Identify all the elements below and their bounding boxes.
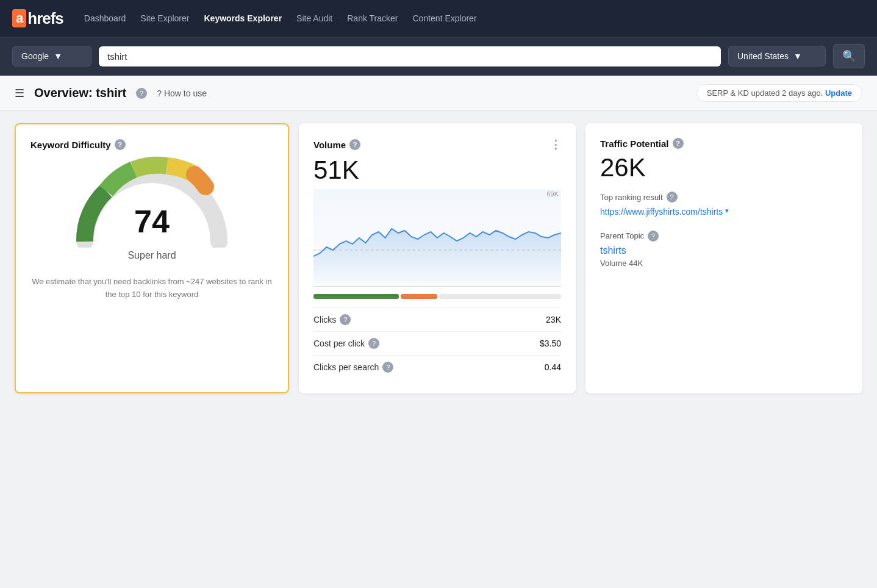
clicks-label: Clicks ?	[313, 314, 351, 325]
cpc-value: $3.50	[540, 339, 561, 348]
gauge-chart: 74	[73, 156, 231, 248]
engine-select[interactable]: Google ▼	[12, 46, 91, 66]
volume-card: Volume ? ⋮ 51K 69K	[299, 123, 576, 393]
clicks-help-icon[interactable]: ?	[340, 314, 351, 325]
logo[interactable]: a hrefs	[12, 9, 63, 28]
country-select[interactable]: United States ▼	[728, 46, 826, 66]
gauge-label: Super hard	[127, 250, 176, 261]
page-title: Overview: tshirt	[34, 86, 126, 100]
svg-text:74: 74	[134, 204, 170, 239]
keyword-difficulty-card: Keyword Difficulty ? 74 Super hard	[15, 123, 289, 393]
nav-keywords-explorer[interactable]: Keywords Explorer	[204, 11, 282, 26]
engine-chevron-icon: ▼	[54, 51, 62, 61]
volume-value: 51K	[313, 156, 561, 184]
nav-site-explorer[interactable]: Site Explorer	[140, 11, 189, 26]
cpc-help-icon[interactable]: ?	[368, 338, 379, 349]
volume-help-icon[interactable]: ?	[349, 139, 360, 150]
volume-line-chart	[313, 189, 561, 287]
cpc-label: Cost per click ?	[313, 338, 379, 349]
search-input[interactable]: tshirt	[99, 46, 721, 66]
search-button[interactable]: 🔍	[833, 44, 865, 68]
country-chevron-icon: ▼	[793, 51, 802, 61]
traffic-potential-card: Traffic Potential ? 26K Top ranking resu…	[585, 123, 862, 393]
parent-topic-value[interactable]: tshirts	[600, 245, 848, 256]
engine-label: Google	[21, 51, 49, 61]
cps-label: Clicks per search ?	[313, 362, 393, 373]
logo-a-letter: a	[12, 9, 26, 27]
how-to-use-link[interactable]: ? How to use	[157, 88, 207, 98]
nav-site-audit[interactable]: Site Audit	[296, 11, 332, 26]
nav-links: Dashboard Site Explorer Keywords Explore…	[84, 11, 477, 26]
sub-header: ☰ Overview: tshirt ? ? How to use SERP &…	[0, 76, 877, 111]
search-bar: Google ▼ tshirt United States ▼ 🔍	[0, 37, 877, 76]
chart-max-label: 69K	[546, 190, 559, 198]
kd-description: We estimate that you'll need backlinks f…	[30, 276, 273, 301]
url-dropdown-icon: ▾	[725, 206, 729, 215]
volume-more-icon[interactable]: ⋮	[550, 138, 561, 151]
top-ranking-help-icon[interactable]: ?	[667, 192, 678, 203]
ranking-url[interactable]: https://www.jiffyshirts.com/tshirts ▾	[600, 206, 848, 218]
clicks-value: 23K	[546, 315, 561, 324]
volume-title: Volume ? ⋮	[313, 138, 561, 151]
gauge-container: 74 Super hard	[30, 156, 273, 261]
hamburger-icon[interactable]: ☰	[15, 87, 24, 100]
tp-help-icon[interactable]: ?	[673, 138, 684, 149]
title-help-icon[interactable]: ?	[136, 88, 147, 99]
top-ranking-label: Top ranking result ?	[600, 192, 848, 203]
bar-gray	[439, 294, 561, 299]
update-link[interactable]: Update	[825, 88, 852, 98]
navbar: a hrefs Dashboard Site Explorer Keywords…	[0, 0, 877, 37]
cps-value: 0.44	[545, 362, 561, 372]
parent-topic-help-icon[interactable]: ?	[648, 231, 659, 242]
nav-rank-tracker[interactable]: Rank Tracker	[347, 11, 398, 26]
kd-title: Keyword Difficulty ?	[30, 139, 273, 150]
bar-green	[313, 294, 399, 299]
bar-orange	[401, 294, 437, 299]
country-label: United States	[737, 51, 789, 61]
nav-dashboard[interactable]: Dashboard	[84, 11, 126, 26]
logo-text: hrefs	[27, 9, 63, 28]
kd-help-icon[interactable]: ?	[115, 139, 126, 150]
nav-content-explorer[interactable]: Content Explorer	[413, 11, 477, 26]
tp-title: Traffic Potential ?	[600, 138, 848, 149]
volume-color-bar	[313, 294, 561, 299]
clicks-row: Clicks ? 23K	[313, 307, 561, 331]
parent-volume: Volume 44K	[600, 259, 848, 268]
cpc-row: Cost per click ? $3.50	[313, 331, 561, 355]
update-notice: SERP & KD updated 2 days ago. Update	[696, 84, 862, 102]
parent-topic-label: Parent Topic ?	[600, 231, 848, 242]
how-to-use-icon: ?	[157, 88, 162, 98]
cps-row: Clicks per search ? 0.44	[313, 355, 561, 379]
cps-help-icon[interactable]: ?	[382, 362, 393, 373]
tp-value: 26K	[600, 154, 848, 182]
volume-chart: 69K	[313, 189, 561, 287]
search-icon: 🔍	[842, 50, 856, 62]
main-content: Keyword Difficulty ? 74 Super hard	[0, 111, 877, 406]
